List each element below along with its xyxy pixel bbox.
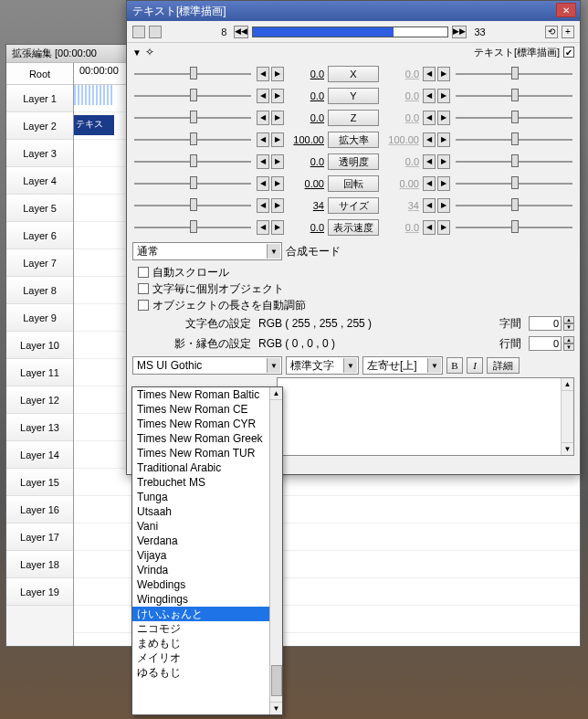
spin-down-icon[interactable]: ▼ — [563, 323, 574, 331]
param-slider[interactable] — [452, 153, 576, 170]
spin-right-icon[interactable]: ▶ — [437, 89, 450, 103]
font-option[interactable]: Vijaya — [132, 548, 269, 563]
spin-right-icon[interactable]: ▶ — [437, 176, 450, 191]
spin-left-icon[interactable]: ◀ — [257, 132, 269, 147]
frame-progress[interactable] — [252, 26, 448, 37]
param-slider[interactable] — [452, 88, 576, 104]
spin-right-icon[interactable]: ▶ — [271, 220, 284, 235]
param-name-button[interactable]: Z — [328, 110, 379, 126]
font-option[interactable]: Times New Roman CE — [132, 402, 269, 417]
layer-label[interactable]: Layer 15 — [6, 469, 73, 496]
spin-left-icon[interactable]: ◀ — [257, 111, 269, 125]
text-input-area[interactable]: ▲ ▼ — [277, 377, 574, 456]
layer-label[interactable]: Layer 5 — [6, 195, 73, 222]
param-slider[interactable] — [452, 175, 576, 192]
layer-label[interactable]: Layer 18 — [6, 551, 73, 578]
param-slider[interactable] — [131, 153, 255, 170]
spin-left-icon[interactable]: ◀ — [423, 176, 436, 191]
chevron-down-icon[interactable]: ▼ — [267, 244, 280, 259]
font-option[interactable]: ゆるもじ — [132, 665, 269, 680]
layer-label[interactable]: Layer 9 — [6, 304, 73, 332]
option-checkbox-row[interactable]: オブジェクトの長さを自動調節 — [127, 297, 580, 313]
layer-label[interactable]: Layer 16 — [6, 496, 73, 523]
chevron-down-icon[interactable]: ▼ — [343, 358, 357, 373]
spin-right-icon[interactable]: ▶ — [271, 89, 284, 103]
blend-mode-combo[interactable]: 通常 ▼ — [132, 242, 282, 260]
font-option[interactable]: Tunga — [132, 490, 269, 504]
font-type-combo[interactable]: 標準文字 ▼ — [286, 356, 359, 375]
spin-right-icon[interactable]: ▶ — [437, 67, 450, 81]
param-right-value[interactable]: 0.0 — [381, 112, 421, 123]
spin-right-icon[interactable]: ▶ — [437, 198, 450, 213]
line-spacing-spinner[interactable]: ▲▼ — [529, 336, 574, 351]
param-name-button[interactable]: Y — [328, 88, 379, 104]
spin-left-icon[interactable]: ◀ — [257, 198, 269, 213]
param-right-value[interactable]: 0.00 — [381, 178, 421, 189]
chevron-down-icon[interactable]: ▼ — [427, 358, 441, 373]
toggle-b-icon[interactable]: + — [562, 26, 574, 38]
option-checkbox-row[interactable]: 自動スクロール — [127, 264, 580, 280]
anchor-icon[interactable]: ✧ — [145, 46, 154, 58]
spin-up-icon[interactable]: ▲ — [563, 336, 574, 344]
spin-right-icon[interactable]: ▶ — [271, 132, 284, 147]
layer-label[interactable]: Layer 1 — [6, 85, 73, 112]
param-slider[interactable] — [131, 132, 255, 148]
param-slider[interactable] — [131, 219, 255, 236]
font-option[interactable]: Times New Roman TUR — [132, 446, 269, 460]
spin-left-icon[interactable]: ◀ — [257, 67, 269, 81]
scroll-thumb[interactable] — [271, 665, 282, 696]
tool-icon-2[interactable] — [149, 26, 162, 38]
font-option[interactable]: Vrinda — [132, 563, 269, 577]
layer-label[interactable]: Layer 17 — [6, 523, 73, 551]
layer-label[interactable]: Layer 7 — [6, 249, 73, 277]
param-left-value[interactable]: 0.0 — [286, 112, 326, 123]
text-color-button[interactable]: 文字色の設定 — [132, 316, 251, 332]
font-option[interactable]: Traditional Arabic — [132, 460, 269, 475]
line-spacing-input[interactable] — [529, 336, 562, 351]
spin-left-icon[interactable]: ◀ — [423, 132, 436, 147]
scroll-down-icon[interactable]: ▼ — [562, 442, 573, 455]
font-option[interactable]: Utsaah — [132, 504, 269, 519]
param-left-value[interactable]: 0.0 — [286, 69, 326, 79]
toggle-a-icon[interactable]: ⟲ — [545, 26, 558, 38]
font-option[interactable]: Times New Roman CYR — [132, 417, 269, 431]
spin-left-icon[interactable]: ◀ — [257, 89, 269, 103]
spin-left-icon[interactable]: ◀ — [257, 176, 269, 191]
param-slider[interactable] — [452, 197, 576, 214]
align-combo[interactable]: 左寄せ[上] ▼ — [362, 356, 443, 375]
param-name-button[interactable]: 表示速度 — [328, 219, 379, 236]
spin-right-icon[interactable]: ▶ — [437, 132, 450, 147]
param-left-value[interactable]: 0.0 — [286, 222, 326, 233]
font-option[interactable]: Trebuchet MS — [132, 475, 269, 490]
param-right-value[interactable]: 0.0 — [381, 90, 421, 101]
param-name-button[interactable]: サイズ — [328, 197, 379, 214]
spin-left-icon[interactable]: ◀ — [423, 111, 436, 125]
spin-up-icon[interactable]: ▲ — [563, 316, 574, 323]
layer-label[interactable]: Layer 2 — [6, 112, 73, 140]
font-option[interactable]: メイリオ — [132, 650, 269, 665]
spin-right-icon[interactable]: ▶ — [271, 176, 284, 191]
param-slider[interactable] — [131, 110, 255, 126]
spin-down-icon[interactable]: ▼ — [563, 344, 574, 351]
param-slider[interactable] — [452, 132, 576, 148]
spin-right-icon[interactable]: ▶ — [437, 220, 450, 235]
scroll-up-icon[interactable]: ▲ — [270, 387, 282, 400]
font-dropdown-list[interactable]: Times New Roman BalticTimes New Roman CE… — [131, 386, 283, 715]
textarea-scrollbar[interactable]: ▲ ▼ — [561, 378, 573, 455]
param-slider[interactable] — [452, 66, 576, 82]
scroll-up-icon[interactable]: ▲ — [562, 378, 573, 391]
tool-icon-1[interactable] — [132, 26, 145, 38]
checkbox-icon[interactable] — [138, 267, 149, 278]
layer-label[interactable]: Layer 14 — [6, 441, 73, 469]
italic-button[interactable]: I — [467, 357, 483, 374]
layer-label[interactable]: Layer 10 — [6, 332, 73, 359]
param-left-value[interactable]: 34 — [286, 200, 326, 211]
spin-left-icon[interactable]: ◀ — [423, 67, 436, 81]
close-icon[interactable]: ✕ — [556, 3, 576, 17]
param-left-value[interactable]: 0.00 — [286, 178, 326, 189]
spin-right-icon[interactable]: ▶ — [271, 67, 284, 81]
option-checkbox-row[interactable]: 文字毎に個別オブジェクト — [127, 280, 580, 297]
param-left-value[interactable]: 0.0 — [286, 156, 326, 167]
checkbox-icon[interactable] — [138, 300, 149, 311]
param-right-value[interactable]: 0.0 — [381, 69, 421, 79]
